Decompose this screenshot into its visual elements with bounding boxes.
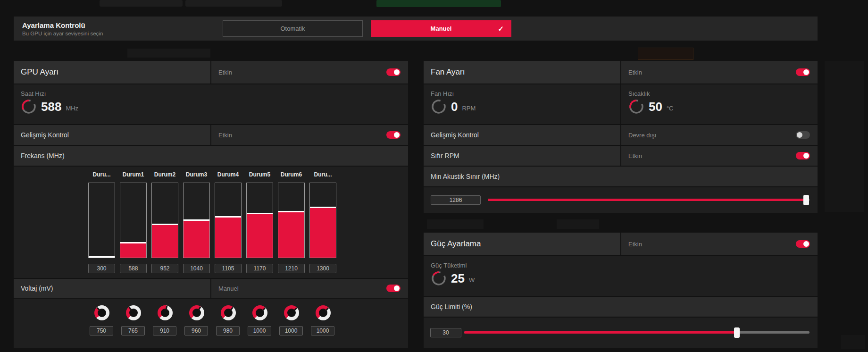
- voltage-value-box[interactable]: 960: [184, 326, 208, 335]
- freq-bar-cap[interactable]: [120, 242, 146, 243]
- freq-bar[interactable]: [215, 183, 242, 258]
- freq-state-label: Durum2: [151, 171, 178, 178]
- freq-value-box[interactable]: 300: [88, 264, 115, 273]
- voltage-value-box[interactable]: 1000: [279, 326, 303, 335]
- voltage-value-box[interactable]: 980: [216, 326, 240, 335]
- fan-speed-unit: RPM: [462, 105, 476, 112]
- freq-bar[interactable]: [278, 183, 305, 258]
- power-panel-title: Güç Ayarlama: [431, 239, 481, 249]
- gpu-enable-toggle[interactable]: [386, 68, 401, 76]
- voltage-value-box[interactable]: 765: [121, 326, 145, 335]
- voltage-knob[interactable]: [252, 305, 267, 320]
- gpu-advanced-control-toggle[interactable]: [386, 131, 401, 139]
- toggle-knob: [394, 132, 400, 138]
- freq-bar-cap[interactable]: [184, 219, 209, 221]
- acoustic-limit-slider[interactable]: [488, 199, 810, 201]
- power-consumption-metric: Güç Tüketimi 25 W: [424, 256, 818, 296]
- voltage-knob[interactable]: [284, 305, 299, 320]
- voltage-knob[interactable]: [221, 305, 236, 320]
- clock-speed-value: 588: [41, 100, 61, 114]
- freq-state-label: Durum6: [278, 171, 305, 178]
- power-limit-slider-thumb[interactable]: [734, 327, 740, 338]
- freq-bar-cap[interactable]: [89, 256, 115, 258]
- acoustic-limit-label: Min Akustik Sınır (MHz): [431, 173, 500, 180]
- voltage-knob[interactable]: [189, 305, 204, 320]
- power-panel-status: Etkin: [628, 241, 642, 248]
- freq-bar-fill: [310, 208, 336, 258]
- zero-rpm-status: Etkin: [628, 152, 642, 159]
- background-artifact: [638, 48, 693, 60]
- gpu-advanced-control-status: Etkin: [218, 132, 232, 139]
- voltage-value-box[interactable]: 750: [90, 326, 113, 335]
- freq-value-box[interactable]: 1170: [246, 264, 273, 273]
- automatic-tuning-button[interactable]: Otomatik: [223, 20, 363, 37]
- freq-value-box[interactable]: 1210: [278, 264, 305, 273]
- freq-bar[interactable]: [88, 183, 115, 258]
- freq-bar[interactable]: [120, 183, 147, 258]
- freq-bar-cap[interactable]: [215, 216, 241, 218]
- check-icon: ✓: [498, 25, 504, 33]
- freq-bar-cap[interactable]: [310, 207, 336, 208]
- voltage-value-box[interactable]: 910: [153, 326, 176, 335]
- background-artifact: [100, 0, 183, 7]
- freq-value-box[interactable]: 588: [120, 264, 147, 273]
- fan-advanced-control-toggle[interactable]: [796, 131, 810, 139]
- freq-state-label: Durum4: [215, 171, 242, 178]
- fan-speed-gauge-icon: [431, 99, 447, 115]
- slider-fill: [464, 331, 737, 334]
- acoustic-limit-slider-thumb[interactable]: [803, 195, 809, 205]
- power-tuning-panel: Güç Ayarlama Etkin Güç Tüketimi 25 W Güç…: [424, 233, 818, 348]
- voltage-value-box[interactable]: 1000: [311, 326, 334, 335]
- background-artifact: [841, 335, 865, 349]
- temperature-label: Sıcaklık: [628, 90, 818, 97]
- power-enable-toggle[interactable]: [796, 240, 810, 248]
- freq-bar[interactable]: [246, 183, 273, 258]
- temperature-unit: °C: [667, 105, 674, 112]
- voltage-knob[interactable]: [316, 305, 331, 320]
- freq-state-label: Durum5: [246, 171, 273, 178]
- freq-value-box[interactable]: 1105: [215, 264, 242, 273]
- voltage-value-box[interactable]: 1000: [248, 326, 271, 335]
- freq-bar-cap[interactable]: [247, 213, 273, 214]
- power-consumption-value: 25: [451, 271, 465, 286]
- freq-bar[interactable]: [151, 183, 178, 258]
- clock-speed-metric: Saat Hızı 588 MHz: [14, 84, 408, 124]
- temperature-value: 50: [649, 100, 662, 114]
- toggle-knob: [797, 132, 802, 138]
- power-limit-value-box[interactable]: 30: [430, 328, 461, 337]
- background-artifact: [185, 0, 282, 7]
- freq-value-box[interactable]: 1040: [183, 264, 210, 273]
- manual-tuning-label: Manuel: [431, 25, 452, 32]
- freq-value-box[interactable]: 1300: [309, 264, 336, 273]
- voltage-manual-toggle[interactable]: [386, 285, 401, 292]
- freq-state-label: Duru...: [309, 171, 336, 178]
- freq-state-label: Duru...: [88, 171, 115, 178]
- voltage-knob[interactable]: [126, 305, 141, 320]
- fan-enable-toggle[interactable]: [796, 68, 810, 76]
- voltage-mode-status: Manuel: [218, 285, 239, 292]
- frequency-section-label: Frekans (MHz): [21, 152, 65, 159]
- freq-bar[interactable]: [309, 183, 336, 258]
- manual-tuning-button[interactable]: Manuel ✓: [371, 20, 511, 37]
- freq-bar-fill: [120, 243, 146, 258]
- voltage-knob[interactable]: [94, 305, 109, 320]
- clock-speed-label: Saat Hızı: [21, 90, 408, 97]
- voltage-knob[interactable]: [158, 305, 173, 320]
- slider-fill: [488, 199, 806, 201]
- freq-bar-cap[interactable]: [278, 211, 304, 212]
- zero-rpm-toggle[interactable]: [796, 152, 810, 159]
- power-limit-slider-row: 30: [424, 318, 818, 348]
- acoustic-limit-value-box[interactable]: 1286: [431, 195, 481, 205]
- tuning-control-title: Ayarlama Kontrolü: [22, 21, 103, 29]
- freq-bar-fill: [215, 218, 241, 258]
- freq-bar[interactable]: [183, 183, 210, 258]
- freq-value-box[interactable]: 952: [151, 264, 178, 273]
- fan-advanced-control-status: Devre dışı: [628, 132, 656, 139]
- gpu-panel-title: GPU Ayarı: [21, 67, 58, 77]
- power-consumption-unit: W: [469, 277, 475, 284]
- power-limit-slider[interactable]: [464, 331, 810, 334]
- voltage-section-label: Voltaj (mV): [21, 285, 53, 292]
- freq-bar-cap[interactable]: [152, 224, 178, 225]
- temperature-gauge-icon: [628, 99, 644, 115]
- fan-tuning-panel: Fan Ayarı Etkin Fan Hızı 0 RPM Sıcaklık …: [424, 61, 818, 213]
